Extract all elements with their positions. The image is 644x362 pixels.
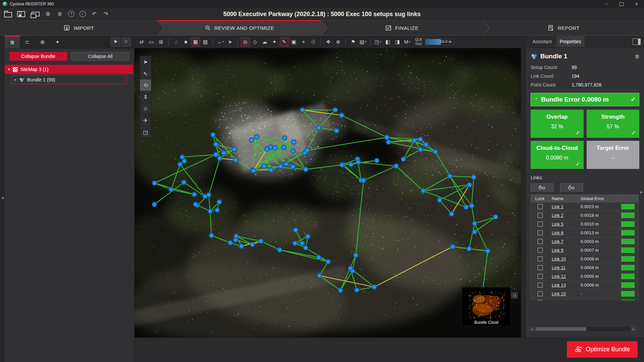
lock-checkbox[interactable] xyxy=(538,248,543,253)
fly-tool-icon[interactable]: ✈ xyxy=(140,115,151,126)
panel-layout-icon[interactable] xyxy=(633,39,641,45)
cloud-to-cloud-tile[interactable]: Cloud-to-Cloud 0.0080 m ✓ xyxy=(531,141,584,169)
multi-select-icon[interactable]: ⇄ xyxy=(137,38,146,46)
link-name[interactable]: Link 12 xyxy=(552,274,566,279)
look-tool-icon[interactable]: ☺ xyxy=(140,103,151,115)
geotag-icon[interactable]: ⌖ xyxy=(299,38,308,46)
zoom-window-icon[interactable]: ⊞ xyxy=(157,38,165,46)
link-row[interactable]: Link 120.0005 m xyxy=(531,272,638,281)
tab-review-and-optimize[interactable]: REVIEW AND OPTIMIZE xyxy=(158,20,321,36)
save-project-icon[interactable] xyxy=(17,11,25,17)
tab-properties[interactable]: Properties xyxy=(556,36,585,47)
lock-checkbox[interactable] xyxy=(538,291,543,296)
pano-icon[interactable]: ☉ xyxy=(309,38,318,46)
link-name[interactable]: Link 9 xyxy=(552,248,564,253)
cloud-view-a-icon[interactable]: ◧ xyxy=(383,38,392,46)
link-row[interactable]: Link 90.0007 m xyxy=(531,246,638,255)
lock-checkbox[interactable] xyxy=(538,256,543,261)
collapse-all-button[interactable]: ⚐ xyxy=(121,37,131,47)
batch-import-icon[interactable] xyxy=(32,12,40,16)
scroll-right-button[interactable]: ▸ xyxy=(631,326,636,331)
link-name[interactable]: Link 1 xyxy=(552,204,564,209)
grid-view-icon[interactable]: ▦ xyxy=(191,38,200,46)
tab-finalize[interactable]: FINALIZE xyxy=(321,20,483,36)
link-name[interactable]: Link 2 xyxy=(552,213,564,218)
name-column-header[interactable]: Name xyxy=(549,195,578,202)
scanner-icon[interactable]: ⊕ xyxy=(334,38,342,46)
link-name[interactable]: Link 13 xyxy=(552,283,566,288)
target-icon[interactable]: ◎ xyxy=(241,38,250,46)
draw-link-icon[interactable]: ✎ xyxy=(280,38,288,46)
collapse-bundle-button[interactable]: Collapse Bundle xyxy=(9,52,67,61)
solid-render-icon[interactable]: ■ xyxy=(181,38,190,46)
link-row[interactable]: Link 50.0010 m xyxy=(531,220,638,229)
optimize-bundle-button[interactable]: Optimize Bundle xyxy=(567,341,638,358)
collapse-left-panel-handle[interactable]: ◄ xyxy=(1,196,4,200)
chevron-right-icon[interactable]: ▸ xyxy=(14,77,16,82)
link-row[interactable]: Link 110.0004 m xyxy=(531,263,638,272)
link-name[interactable]: Link 7 xyxy=(552,239,564,244)
lock-checkbox[interactable] xyxy=(538,222,543,227)
sidebar-tab-project-tree[interactable]: ≣ xyxy=(5,36,20,48)
close-button[interactable]: ✕ xyxy=(629,0,644,8)
sidebar-tab-tags[interactable]: ✦ xyxy=(50,36,65,48)
measure-icon[interactable]: ↔▾ xyxy=(216,38,225,46)
undo-icon[interactable]: ↶ xyxy=(91,11,98,17)
link-row[interactable]: Link 130.0006 m xyxy=(531,281,638,290)
link-row[interactable]: Link 200.0006 m xyxy=(531,298,638,300)
unlock-all-links-button[interactable] xyxy=(560,183,583,191)
multi-pick-tool-icon[interactable]: ⇖ xyxy=(140,68,151,79)
event-log-icon[interactable]: ≣ xyxy=(56,11,63,17)
thumbnail-options-button[interactable]: ⊡ xyxy=(512,292,518,298)
link-row[interactable]: Link 10.0023 m xyxy=(531,202,638,211)
lock-checkbox[interactable] xyxy=(538,300,543,300)
open-project-icon[interactable] xyxy=(4,12,12,17)
link-row[interactable]: Link 20.0018 m xyxy=(531,211,638,220)
tab-import[interactable]: IMPORT xyxy=(0,20,158,36)
cloud-link-icon[interactable]: ☁ xyxy=(260,38,269,46)
help-icon[interactable]: ? xyxy=(68,11,74,17)
global-error-column-header[interactable]: Global Error xyxy=(578,195,618,202)
lock-checkbox[interactable] xyxy=(538,230,543,235)
qlb-size-slider[interactable]: 10.0 m xyxy=(425,39,454,45)
view-cube-icon[interactable]: ◳▾ xyxy=(374,38,382,46)
image-view-icon[interactable]: ▨ xyxy=(201,38,210,46)
link-row[interactable]: Link 60.0013 m xyxy=(531,229,638,237)
link-name[interactable]: Link 10 xyxy=(552,256,566,261)
tree-item-sitemap[interactable]: ▾ SiteMap 3 (1) xyxy=(5,65,133,74)
pick-point-icon[interactable]: ➤ xyxy=(226,38,234,46)
chevron-down-icon[interactable]: ▾ xyxy=(8,67,10,72)
point-render-icon[interactable]: ∴ xyxy=(172,38,180,46)
tree-item-bundle[interactable]: ▸ Bundle 1 (99) xyxy=(11,75,127,84)
links-table-scrollbar[interactable]: ◂ ▸ xyxy=(529,326,637,332)
annotate-icon[interactable]: ✦ xyxy=(270,38,279,46)
list-view-icon[interactable]: ≣ xyxy=(635,53,639,60)
bundle-cloud-thumbnail[interactable]: Bundle Cloud xyxy=(462,287,511,326)
link-name[interactable]: Link 6 xyxy=(552,230,564,235)
cloud-view-b-icon[interactable]: ◨ xyxy=(393,38,402,46)
strength-tile[interactable]: Strength 57 % ✓ xyxy=(587,110,640,138)
label-icon[interactable]: ◇ xyxy=(251,38,259,46)
select-tool-icon[interactable]: ➤ xyxy=(140,56,151,68)
grid-settings-icon[interactable]: ▤▾ xyxy=(359,38,367,46)
window-select-icon[interactable]: ▭ xyxy=(147,38,156,46)
expand-all-button[interactable]: ⚑ xyxy=(111,37,120,47)
tab-assistant[interactable]: Assistant xyxy=(529,36,555,47)
collapse-all-tree-button[interactable]: Collapse All xyxy=(71,52,129,61)
tab-report[interactable]: REPORT xyxy=(483,20,644,36)
pan-tool-icon[interactable]: ⇕ xyxy=(140,91,151,103)
section-tool-icon[interactable]: ◳ xyxy=(140,126,151,138)
sidebar-tab-attachments[interactable]: ⊂ xyxy=(20,36,35,48)
overlap-tile[interactable]: Overlap 32 % ✓ xyxy=(531,110,584,138)
link-name[interactable]: Link 5 xyxy=(552,222,564,227)
redo-icon[interactable]: ↷ xyxy=(103,11,109,17)
scroll-left-button[interactable]: ◂ xyxy=(529,326,535,331)
maximize-button[interactable] xyxy=(614,0,629,8)
bundle-error-banner[interactable]: ⌃ Bundle Error 0.0080 m ✓ xyxy=(531,93,639,106)
link-row[interactable]: Link 15- xyxy=(531,290,638,298)
move-setup-icon[interactable]: ✥ xyxy=(324,38,333,46)
map-mode-icon[interactable]: M▾ xyxy=(403,38,412,46)
lock-checkbox[interactable] xyxy=(538,213,543,218)
minimize-button[interactable]: – xyxy=(599,0,614,8)
snapshot-icon[interactable]: ▣ xyxy=(289,38,298,46)
